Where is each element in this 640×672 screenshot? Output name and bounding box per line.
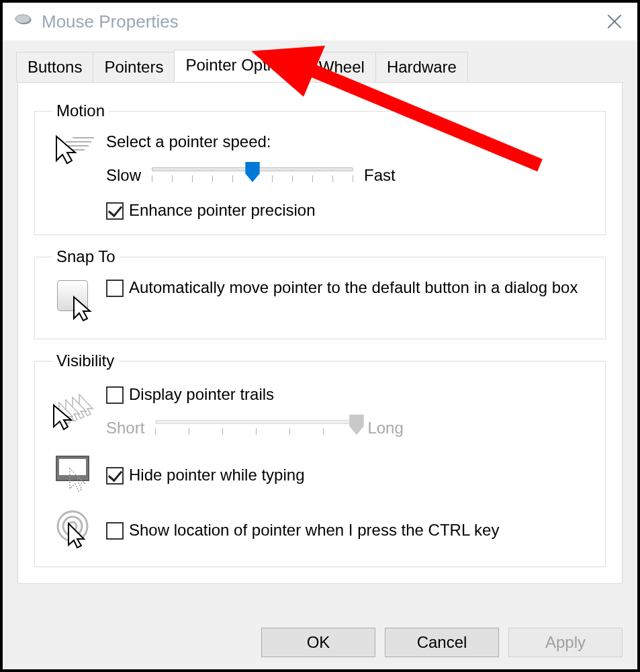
dialog-body: Buttons Pointers Pointer Options Wheel H… (3, 40, 637, 616)
mouse-icon (12, 11, 34, 32)
enhance-precision-checkbox[interactable] (106, 202, 124, 220)
motion-cursor-icon (52, 132, 101, 169)
speed-slow-label: Slow (106, 166, 141, 185)
pointer-speed-label: Select a pointer speed: (106, 132, 593, 151)
hide-typing-label: Hide pointer while typing (129, 466, 304, 485)
snapto-checkbox[interactable] (106, 280, 124, 297)
pointer-trails-icon (52, 393, 101, 433)
group-snap-to: Snap To (34, 247, 606, 339)
trails-long-label: Long (367, 419, 403, 437)
window-title: Mouse Properties (42, 11, 179, 32)
svg-marker-9 (56, 136, 75, 163)
apply-button: Apply (508, 628, 623, 657)
cancel-button[interactable]: Cancel (385, 628, 499, 657)
show-location-label: Show location of pointer when I press th… (129, 521, 499, 540)
group-visibility: Visibility (34, 351, 606, 567)
trails-length-slider (155, 415, 357, 442)
group-snap-to-legend: Snap To (52, 247, 120, 266)
group-motion-legend: Motion (52, 101, 109, 120)
speed-fast-label: Fast (364, 166, 396, 185)
hide-typing-icon (55, 455, 98, 495)
tab-hardware[interactable]: Hardware (375, 52, 468, 82)
tab-wheel[interactable]: Wheel (308, 52, 376, 82)
display-trails-checkbox[interactable] (106, 386, 124, 404)
svg-marker-10 (245, 162, 259, 182)
title-bar: Mouse Properties (3, 3, 637, 40)
snapto-label: Automatically move pointer to the defaul… (129, 278, 578, 297)
trails-short-label: Short (106, 419, 144, 437)
button-bar: OK Cancel Apply (3, 616, 637, 669)
group-motion: Motion (34, 101, 606, 235)
tab-buttons[interactable]: Buttons (16, 52, 93, 82)
show-location-checkbox[interactable] (106, 522, 124, 540)
svg-marker-19 (350, 415, 364, 435)
display-trails-label: Display pointer trails (129, 385, 274, 404)
close-icon (607, 14, 622, 29)
ok-button[interactable]: OK (261, 628, 375, 657)
enhance-precision-label: Enhance pointer precision (129, 201, 316, 220)
tab-strip: Buttons Pointers Pointer Options Wheel H… (16, 50, 623, 82)
svg-rect-21 (59, 459, 86, 475)
tab-panel-pointer-options: Motion (17, 82, 623, 584)
close-button[interactable] (601, 8, 628, 35)
pointer-speed-slider[interactable] (152, 162, 353, 189)
hide-typing-checkbox[interactable] (106, 467, 124, 485)
group-visibility-legend: Visibility (52, 351, 118, 370)
tab-pointer-options[interactable]: Pointer Options (174, 50, 308, 82)
tab-pointers[interactable]: Pointers (93, 52, 175, 82)
show-location-icon (55, 509, 98, 552)
snapto-icon (55, 278, 98, 324)
mouse-properties-dialog: Mouse Properties Buttons Pointers Pointe… (0, 0, 640, 672)
